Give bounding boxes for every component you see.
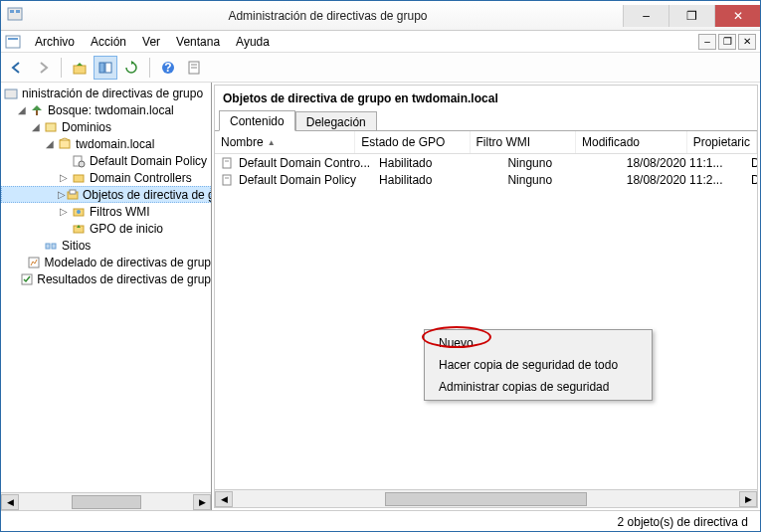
help-button[interactable]: ? [156,56,180,80]
mdi-minimize[interactable]: – [698,34,716,50]
expand-icon[interactable]: ▷ [58,189,66,200]
menubar: Archivo Acción Ver Ventana Ayuda – ❐ ✕ [1,31,760,53]
context-menu-backup-all[interactable]: Hacer copia de seguridad de todo [425,354,652,376]
detail-heading: Objetos de directiva de grupo en twdomai… [215,86,757,109]
toolbar-sep-2 [149,58,150,78]
list-row[interactable]: Default Domain Policy Habilitado Ninguno… [215,171,757,188]
tab-contenido[interactable]: Contenido [219,110,295,131]
menu-ayuda[interactable]: Ayuda [228,32,278,52]
tree-label: Dominios [62,120,111,134]
workspace: ninistración de directivas de grupo ◢Bos… [1,83,760,510]
scroll-track[interactable] [19,494,193,510]
tree-item-default-policy[interactable]: Default Domain Policy [1,152,211,169]
tree-label: Resultados de directivas de grup [37,272,211,286]
tree-label: Default Domain Policy [90,154,207,168]
scroll-right-button[interactable]: ▶ [739,491,757,507]
sites-icon [43,239,59,253]
collapse-icon[interactable]: ◢ [29,121,43,132]
col-nombre[interactable]: Nombre▲ [215,131,355,153]
mdi-close[interactable]: ✕ [738,34,756,50]
cell-estado: Habilitado [373,172,501,188]
cell-filtro: Ninguno [501,155,620,171]
refresh-button[interactable] [119,56,143,80]
cell-text: Default Domain Policy [239,173,356,187]
svg-point-23 [77,210,81,214]
tree-domains[interactable]: ◢Dominios [1,118,211,135]
tree-item-starter-gpos[interactable]: GPO de inicio [1,220,211,237]
list-row[interactable]: Default Domain Contro... Habilitado Ning… [215,154,757,171]
forward-button[interactable] [31,56,55,80]
menu-ver[interactable]: Ver [134,32,168,52]
starter-gpo-icon [71,222,87,236]
window-buttons: – ❐ ✕ [623,5,760,27]
context-menu-nuevo[interactable]: Nuevo [425,332,652,354]
ou-icon [71,171,87,185]
tabs: Contenido Delegación [215,109,757,131]
modeling-icon [27,256,41,269]
svg-rect-30 [225,160,229,162]
svg-point-18 [79,161,85,167]
tree-sites[interactable]: Sitios [1,237,211,254]
list-body[interactable]: Default Domain Contro... Habilitado Ning… [215,154,757,489]
tree-item-wmi-filters[interactable]: ▷Filtros WMI [1,203,211,220]
scroll-left-button[interactable]: ◀ [215,491,233,507]
menu-ventana[interactable]: Ventana [168,32,228,52]
col-modificado[interactable]: Modificado [576,131,687,153]
cell-propietario: Domain Ac [745,172,757,188]
detail-scrollbar-h[interactable]: ◀ ▶ [215,489,757,507]
status-text: 2 objeto(s) de directiva d [618,515,748,529]
svg-rect-0 [8,8,22,20]
tree-forest[interactable]: ◢Bosque: twdomain.local [1,101,211,118]
tree-root[interactable]: ninistración de directivas de grupo [1,85,211,101]
svg-rect-16 [60,140,70,148]
tree-label: ninistración de directivas de grupo [22,87,203,100]
close-button[interactable]: ✕ [714,5,760,27]
window-titlebar: Administración de directivas de grupo – … [1,1,760,31]
domain-icon [57,137,73,151]
scroll-thumb[interactable] [385,492,588,506]
tree-label: Sitios [62,239,91,253]
tree[interactable]: ninistración de directivas de grupo ◢Bos… [1,83,211,492]
show-hide-tree-button[interactable] [94,56,117,80]
context-menu-manage-backups[interactable]: Administrar copias de seguridad [425,376,652,398]
tree-domain[interactable]: ◢twdomain.local [1,135,211,152]
svg-text:?: ? [164,61,171,75]
tree-results[interactable]: Resultados de directivas de grup [1,270,211,287]
scroll-thumb[interactable] [72,495,141,509]
tab-delegacion[interactable]: Delegación [295,111,377,130]
tree-scrollbar-h[interactable]: ◀ ▶ [1,492,211,510]
col-filtro[interactable]: Filtro WMI [471,131,576,153]
gpo-icon [221,156,235,170]
collapse-icon[interactable]: ◢ [15,104,29,115]
collapse-icon[interactable]: ◢ [43,138,57,149]
col-estado[interactable]: Estado de GPO [355,131,470,153]
scroll-track[interactable] [233,491,739,507]
domains-icon [43,120,59,134]
up-folder-button[interactable] [68,56,92,80]
cell-text: Default Domain Contro... [239,156,370,170]
svg-rect-32 [225,177,229,179]
statusbar: 2 objeto(s) de directiva d [1,510,760,532]
list-header: Nombre▲ Estado de GPO Filtro WMI Modific… [215,131,757,154]
menu-archivo[interactable]: Archivo [27,32,83,52]
tree-label: Filtros WMI [90,205,150,219]
context-menu: Nuevo Hacer copia de seguridad de todo A… [424,329,653,401]
tree-label: twdomain.local [76,137,154,151]
mdi-restore[interactable]: ❐ [718,34,736,50]
back-button[interactable] [5,56,29,80]
scroll-left-button[interactable]: ◀ [1,494,19,510]
col-propietario[interactable]: Propietaric [687,131,757,153]
gpo-icon [221,173,235,187]
tree-modeling[interactable]: Modelado de directivas de grup [1,254,211,270]
tree-item-gpo-objects[interactable]: ▷Objetos de directiva de g [1,186,211,203]
svg-rect-2 [16,10,20,13]
properties-button[interactable] [182,56,206,80]
menu-accion[interactable]: Acción [83,32,134,52]
forest-icon [29,103,45,117]
tree-item-domain-controllers[interactable]: ▷Domain Controllers [1,169,211,186]
maximize-button[interactable]: ❐ [668,5,714,27]
expand-icon[interactable]: ▷ [57,172,71,183]
expand-icon[interactable]: ▷ [57,206,71,217]
minimize-button[interactable]: – [623,5,668,27]
scroll-right-button[interactable]: ▶ [193,494,211,510]
